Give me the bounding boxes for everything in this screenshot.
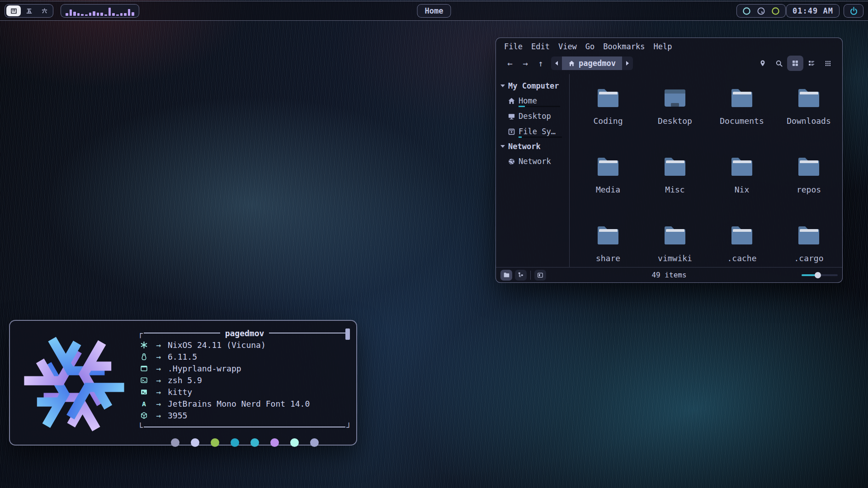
visualizer-bar [73, 12, 76, 16]
visualizer-bar [93, 11, 95, 16]
sidebar-item-home[interactable]: Home [496, 93, 569, 108]
icon-view-button[interactable] [787, 56, 803, 71]
home-icon [508, 97, 515, 105]
folder-item-downloads[interactable]: Downloads [775, 86, 842, 155]
clock-text: 01:49 AM [793, 6, 833, 15]
visualizer-bar [104, 14, 107, 16]
workspace-1[interactable] [6, 5, 21, 16]
workspace-3[interactable] [37, 5, 52, 16]
svg-text:A: A [142, 400, 146, 408]
visualizer-bar [100, 13, 103, 16]
sidebar-item-label: Home [519, 96, 537, 105]
menu-edit[interactable]: Edit [531, 42, 550, 51]
display-icon [508, 113, 515, 120]
breadcrumb-current[interactable]: pagedmov [562, 56, 622, 70]
power-button[interactable] [844, 4, 863, 18]
up-button[interactable]: ↑ [533, 58, 548, 68]
folder-item-media[interactable]: Media [575, 155, 642, 223]
visualizer-bar [77, 13, 80, 16]
folder-name: Documents [720, 116, 764, 126]
sidebar-group-label: My Computer [508, 81, 559, 90]
teal-ring-icon[interactable] [742, 7, 751, 15]
file-manager-window: FileEditViewGoBookmarksHelp ← → ↑ pagedm… [495, 38, 843, 283]
palette-dot [231, 438, 239, 447]
fetch-value: NixOS 24.11 (Vicuna) [168, 340, 266, 350]
folder-name: Misc [665, 185, 684, 194]
terminal-window[interactable]: ┌ pagedmov ┐ →NixOS 24.11 (Vicuna)→6.11.… [9, 320, 357, 446]
font-icon: A [138, 400, 150, 408]
sidebar-group-my-computer[interactable]: My Computer [496, 79, 569, 93]
fetch-line-window: →.Hyprland-wrapp [138, 362, 351, 374]
search-button[interactable] [771, 56, 787, 71]
fetch-value: .Hyprland-wrapp [168, 364, 241, 373]
folder-grid: Coding Desktop Documents Downloads Media… [570, 74, 842, 267]
folder-item-documents[interactable]: Documents [708, 86, 775, 155]
folder-icon [662, 155, 688, 179]
menu-bookmarks[interactable]: Bookmarks [603, 42, 645, 51]
visualizer-bar [97, 13, 99, 16]
fetch-header: ┌ pagedmov ┐ [138, 327, 351, 339]
focused-window-button[interactable]: Home [417, 4, 451, 18]
screen-record-icon[interactable] [757, 7, 765, 15]
folder-item-desktop[interactable]: Desktop [642, 86, 708, 155]
fastfetch-output: ┌ pagedmov ┐ →NixOS 24.11 (Vicuna)→6.11.… [138, 327, 351, 447]
fetch-line-terminal: →kitty [138, 386, 351, 398]
arrow-icon: → [150, 411, 168, 420]
expander-icon [500, 145, 505, 148]
palette-dot [310, 438, 319, 447]
nixos-logo [21, 331, 127, 437]
fetch-value: zsh 5.9 [168, 375, 202, 385]
expander-icon [500, 84, 505, 87]
fetch-line-package: →3955 [138, 409, 351, 421]
terminal-cursor[interactable] [345, 328, 350, 340]
window-icon [138, 365, 150, 372]
menu-file[interactable]: File [504, 42, 523, 51]
sidebar-group-label: Network [508, 142, 541, 151]
palette-dot [191, 438, 199, 447]
sidebar-item-filesy[interactable]: File Sy… [496, 124, 569, 139]
breadcrumb-left-chevron-icon[interactable] [551, 61, 562, 66]
fetch-value: kitty [168, 387, 192, 397]
green-ring-icon[interactable] [771, 7, 780, 15]
zoom-slider[interactable] [802, 272, 838, 278]
back-button[interactable]: ← [502, 58, 518, 68]
folder-item-nix[interactable]: Nix [708, 155, 775, 223]
workspace-2[interactable] [22, 5, 36, 16]
sidebar-item-network[interactable]: Network [496, 154, 569, 169]
clock[interactable]: 01:49 AM [786, 4, 840, 18]
sidebar-item-label: Desktop [519, 112, 551, 121]
menu-go[interactable]: Go [585, 42, 594, 51]
box-corner-tl: ┌ [138, 328, 143, 338]
forward-button[interactable]: → [518, 58, 533, 68]
places-sidebar: My ComputerHomeDesktopFile Sy…NetworkNet… [496, 74, 570, 267]
palette-dot [270, 438, 279, 447]
breadcrumb: pagedmov [551, 56, 633, 70]
menu-view[interactable]: View [558, 42, 577, 51]
menu-help[interactable]: Help [653, 42, 672, 51]
workspace-glyph-icon [41, 8, 48, 14]
folder-icon [796, 155, 821, 179]
location-pin-button[interactable] [755, 56, 771, 71]
slider-thumb[interactable] [815, 272, 821, 278]
workspace-glyph-icon [26, 8, 33, 14]
compact-view-button[interactable] [820, 56, 836, 71]
folder-name: Desktop [658, 116, 692, 126]
workspace-switcher [5, 4, 53, 18]
terminal-palette [138, 438, 351, 447]
folder-item-misc[interactable]: Misc [642, 155, 708, 223]
fetch-line-nix: →NixOS 24.11 (Vicuna) [138, 339, 351, 351]
fetch-footer: └┘ [138, 421, 351, 433]
palette-dot [171, 438, 179, 447]
fetch-line-tux: →6.11.5 [138, 351, 351, 362]
sidebar-item-desktop[interactable]: Desktop [496, 108, 569, 124]
visualizer-bar [116, 14, 119, 16]
folder-name: vimwiki [658, 253, 692, 263]
workspace-glyph-icon [10, 8, 17, 14]
folder-item-coding[interactable]: Coding [575, 86, 642, 155]
breadcrumb-right-chevron-icon[interactable] [622, 61, 633, 66]
palette-dot [290, 438, 299, 447]
sidebar-group-network[interactable]: Network [496, 139, 569, 154]
folder-item-repos[interactable]: repos [775, 155, 842, 223]
folder-icon [595, 223, 621, 248]
detailed-list-view-button[interactable] [803, 56, 820, 71]
